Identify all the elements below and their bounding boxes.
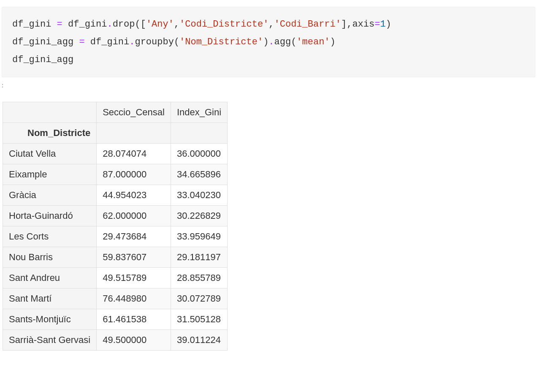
table-index-name-row: Nom_Districte xyxy=(3,123,228,144)
cell: 61.461538 xyxy=(97,309,171,330)
dataframe-table: Seccio_Censal Index_Gini Nom_Districte C… xyxy=(3,102,228,351)
code-token: ([ xyxy=(135,19,146,30)
cell: 33.959649 xyxy=(171,226,227,247)
table-row: Ciutat Vella 28.074074 36.000000 xyxy=(3,144,228,164)
code-token: ( xyxy=(174,37,179,47)
column-header: Seccio_Censal xyxy=(97,102,171,123)
code-token: axis xyxy=(352,19,374,30)
code-token: 'Codi_Barri' xyxy=(274,19,341,30)
code-token: 'Any' xyxy=(146,19,174,30)
code-token: = xyxy=(51,19,68,30)
code-token: 'Nom_Districte' xyxy=(179,37,263,47)
cell: 31.505128 xyxy=(171,309,227,330)
code-token: . xyxy=(107,19,112,30)
code-token: ( xyxy=(291,37,296,47)
cell: 33.040230 xyxy=(171,185,227,206)
row-index: Horta-Guinardó xyxy=(3,206,97,226)
cell: 44.954023 xyxy=(97,185,171,206)
cell: 34.665896 xyxy=(171,164,227,185)
table-row: Nou Barris 59.837607 29.181197 xyxy=(3,247,228,268)
cell: 29.473684 xyxy=(97,226,171,247)
code-token: . xyxy=(129,37,135,47)
table-corner-cell xyxy=(3,102,97,123)
cell: 39.011224 xyxy=(171,330,227,351)
cell: 62.000000 xyxy=(97,206,171,226)
dataframe-output: Seccio_Censal Index_Gini Nom_Districte C… xyxy=(3,102,537,351)
code-token: drop xyxy=(113,19,135,30)
code-token: 1 xyxy=(380,19,385,30)
row-index: Ciutat Vella xyxy=(3,144,97,164)
code-token: ], xyxy=(341,19,352,30)
code-token: ) xyxy=(330,37,336,47)
index-name-cell: Nom_Districte xyxy=(3,123,97,144)
table-row: Eixample 87.000000 34.665896 xyxy=(3,164,228,185)
code-token: = xyxy=(73,37,90,47)
table-row: Sant Andreu 49.515789 28.855789 xyxy=(3,268,228,289)
cell: 28.074074 xyxy=(97,144,171,164)
code-token: df_gini xyxy=(12,19,51,30)
row-index: Gràcia xyxy=(3,185,97,206)
row-index: Les Corts xyxy=(3,226,97,247)
cell: 28.855789 xyxy=(171,268,227,289)
cell: 59.837607 xyxy=(97,247,171,268)
code-line-1: df_gini = df_gini.drop(['Any','Codi_Dist… xyxy=(12,16,525,33)
cell: 49.500000 xyxy=(97,330,171,351)
cell: 30.072789 xyxy=(171,289,227,309)
cell: 76.448980 xyxy=(97,289,171,309)
table-row: Sants-Montjuïc 61.461538 31.505128 xyxy=(3,309,228,330)
code-token: 'mean' xyxy=(296,37,330,47)
row-index: Sants-Montjuïc xyxy=(3,309,97,330)
code-token: . xyxy=(268,37,274,47)
code-token: df_gini_agg xyxy=(12,54,73,65)
code-token: df_gini xyxy=(68,19,107,30)
row-index: Sarrià-Sant Gervasi xyxy=(3,330,97,351)
table-header-row: Seccio_Censal Index_Gini xyxy=(3,102,228,123)
table-row: Sarrià-Sant Gervasi 49.500000 39.011224 xyxy=(3,330,228,351)
cell: 87.000000 xyxy=(97,164,171,185)
code-input-cell: df_gini = df_gini.drop(['Any','Codi_Dist… xyxy=(2,7,535,77)
row-index: Sant Martí xyxy=(3,289,97,309)
table-row: Sant Martí 76.448980 30.072789 xyxy=(3,289,228,309)
table-row: Gràcia 44.954023 33.040230 xyxy=(3,185,228,206)
code-token: = xyxy=(374,19,380,30)
cell: 29.181197 xyxy=(171,247,227,268)
table-row: Horta-Guinardó 62.000000 30.226829 xyxy=(3,206,228,226)
empty-header-cell xyxy=(171,123,227,144)
row-index: Eixample xyxy=(3,164,97,185)
cell: 30.226829 xyxy=(171,206,227,226)
column-header: Index_Gini xyxy=(171,102,227,123)
code-token: 'Codi_Districte' xyxy=(179,19,268,30)
row-index: Nou Barris xyxy=(3,247,97,268)
code-token: , xyxy=(174,19,179,30)
row-index: Sant Andreu xyxy=(3,268,97,289)
cell: 36.000000 xyxy=(171,144,227,164)
code-line-3: df_gini_agg xyxy=(12,51,525,69)
code-token: ) xyxy=(386,19,391,30)
empty-header-cell xyxy=(97,123,171,144)
code-token: groupby xyxy=(135,37,174,47)
cell: 49.515789 xyxy=(97,268,171,289)
code-token: agg xyxy=(274,37,291,47)
code-token: df_gini_agg xyxy=(12,37,73,47)
code-line-2: df_gini_agg = df_gini.groupby('Nom_Distr… xyxy=(12,33,525,51)
code-token: , xyxy=(268,19,274,30)
output-marker: : xyxy=(0,82,537,89)
code-token: df_gini xyxy=(90,37,129,47)
code-token: ) xyxy=(263,37,268,47)
table-row: Les Corts 29.473684 33.959649 xyxy=(3,226,228,247)
